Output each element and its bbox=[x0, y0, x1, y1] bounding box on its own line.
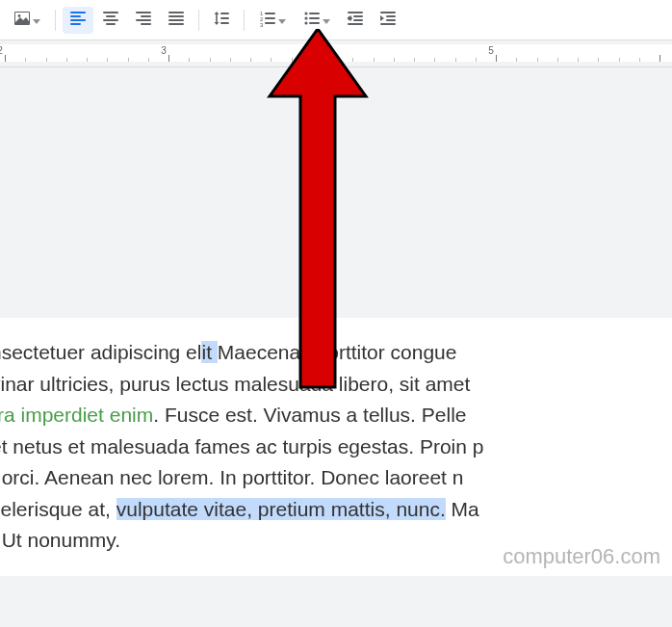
svg-point-28 bbox=[304, 12, 307, 14]
text-span[interactable]: et netus et malesuada fames ac turpis eg… bbox=[0, 435, 483, 457]
ruler-number: 3 bbox=[161, 45, 167, 56]
ruler-number: 2 bbox=[0, 45, 3, 56]
indent-increase-button[interactable] bbox=[373, 7, 403, 34]
chevron-down-icon bbox=[33, 12, 40, 29]
text-span[interactable]: t orci. Aenean nec lorem. In porttitor. … bbox=[0, 466, 463, 488]
text-line[interactable]: vinar ultricies, purus lectus malesuada … bbox=[0, 369, 672, 401]
align-justify-icon bbox=[168, 10, 185, 31]
text-span[interactable]: Maecenas porttitor congue bbox=[218, 341, 457, 363]
indent-decrease-icon bbox=[347, 10, 364, 31]
selected-text[interactable]: it bbox=[201, 341, 217, 363]
text-span[interactable]: . Fusce est. Vivamus a tellus. Pelle bbox=[153, 404, 466, 426]
insert-image-button[interactable] bbox=[6, 7, 48, 34]
line-spacing-button[interactable] bbox=[206, 7, 237, 34]
svg-text:3: 3 bbox=[260, 22, 264, 27]
svg-point-30 bbox=[304, 21, 307, 24]
indent-increase-icon bbox=[379, 10, 397, 31]
align-right-icon bbox=[135, 10, 152, 31]
align-center-icon bbox=[102, 10, 119, 31]
align-left-icon bbox=[69, 10, 87, 31]
text-line[interactable]: rra imperdiet enim. Fusce est. Vivamus a… bbox=[0, 400, 672, 431]
toolbar-separator bbox=[244, 10, 245, 31]
text-span[interactable]: nsectetuer adipiscing el bbox=[0, 341, 201, 363]
numbered-list-button[interactable]: 1 2 3 bbox=[251, 7, 294, 34]
document-page-area: nsectetuer adipiscing elit Maecenas port… bbox=[0, 67, 672, 627]
text-line[interactable]: . Ut nonummy. bbox=[0, 525, 672, 557]
text-line[interactable]: t orci. Aenean nec lorem. In porttitor. … bbox=[0, 462, 672, 494]
horizontal-ruler[interactable]: 2345 bbox=[0, 40, 672, 67]
hyperlink-text[interactable]: rra imperdiet enim bbox=[0, 404, 153, 426]
format-toolbar: 1 2 3 bbox=[0, 0, 672, 40]
document-body[interactable]: nsectetuer adipiscing elit Maecenas port… bbox=[0, 318, 672, 576]
text-line[interactable]: celerisque at, vulputate vitae, pretium … bbox=[0, 494, 672, 526]
line-spacing-icon bbox=[213, 10, 230, 31]
image-icon bbox=[13, 10, 31, 31]
align-left-button[interactable] bbox=[63, 7, 93, 34]
text-span[interactable]: . Ut nonummy. bbox=[0, 529, 120, 551]
indent-decrease-button[interactable] bbox=[340, 7, 371, 34]
align-right-button[interactable] bbox=[128, 7, 159, 34]
text-span[interactable]: Ma bbox=[446, 498, 479, 520]
svg-point-2 bbox=[18, 14, 21, 17]
align-center-button[interactable] bbox=[95, 7, 126, 34]
text-span[interactable]: vinar ultricies, purus lectus malesuada … bbox=[0, 373, 470, 395]
selected-text[interactable]: vulputate vitae, pretium mattis, nunc. bbox=[116, 498, 446, 520]
text-line[interactable]: et netus et malesuada fames ac turpis eg… bbox=[0, 431, 672, 463]
text-span[interactable]: celerisque at, bbox=[0, 498, 116, 520]
align-justify-button[interactable] bbox=[161, 7, 192, 34]
bulleted-list-icon bbox=[303, 10, 321, 31]
ruler-number: 5 bbox=[488, 45, 494, 56]
bulleted-list-button[interactable] bbox=[296, 7, 338, 34]
numbered-list-icon: 1 2 3 bbox=[259, 10, 276, 31]
text-line[interactable]: nsectetuer adipiscing elit Maecenas port… bbox=[0, 337, 672, 369]
chevron-down-icon bbox=[278, 12, 286, 29]
svg-point-29 bbox=[304, 16, 307, 19]
toolbar-separator bbox=[55, 10, 56, 31]
ruler-number: 4 bbox=[324, 45, 330, 56]
toolbar-separator bbox=[198, 10, 199, 31]
chevron-down-icon bbox=[323, 12, 330, 29]
